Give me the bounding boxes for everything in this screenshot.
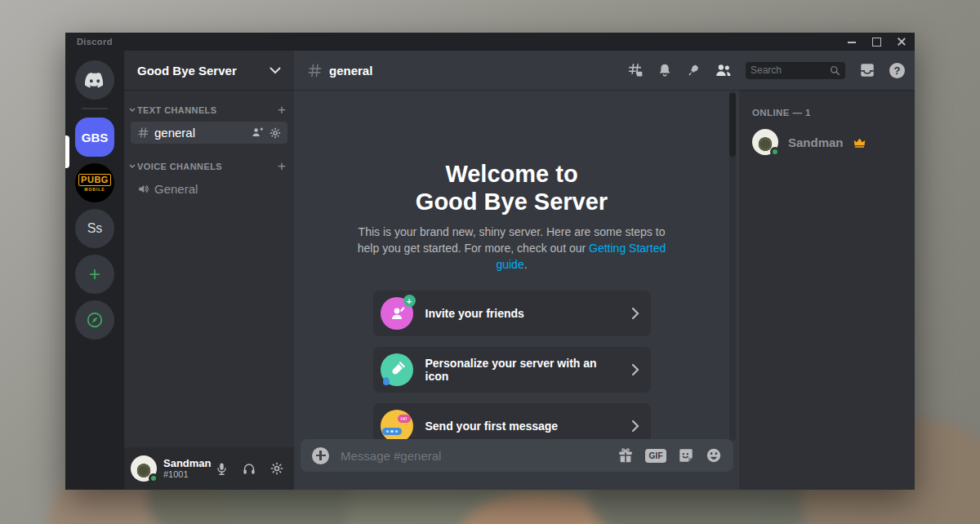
header-toolbar (627, 62, 905, 79)
mute-microphone-button[interactable] (211, 457, 232, 480)
discriminator: #1001 (163, 469, 204, 480)
server-icon-good-bye-server[interactable]: GBS (75, 118, 114, 157)
voice-channel-row-general[interactable]: General (131, 178, 287, 200)
hi-bubble-icon: HI! (398, 415, 411, 423)
chevron-right-icon (631, 307, 639, 320)
close-button[interactable] (895, 36, 906, 47)
member-sidebar: ONLINE — 1 Sandman (739, 90, 915, 490)
pubg-logo-subtext: MOBILE (84, 187, 105, 192)
emoji-picker-icon[interactable] (706, 447, 722, 464)
sticker-icon[interactable] (678, 447, 694, 464)
invite-friends-icon (381, 297, 413, 330)
main-area: general (294, 51, 915, 490)
titlebar: Discord (65, 33, 915, 51)
chevron-down-icon (129, 164, 136, 169)
message-input[interactable] (341, 449, 606, 463)
server-initials: Ss (87, 221, 103, 236)
channel-name: general (154, 126, 247, 140)
channel-row-general[interactable]: general (131, 122, 287, 144)
headphones-icon (243, 463, 256, 475)
chat-scrollbar-thumb[interactable] (729, 93, 736, 157)
question-mark-glyph (889, 63, 905, 78)
user-settings-button[interactable] (266, 457, 287, 480)
paint-drop-icon (383, 377, 390, 385)
speaker-icon (137, 183, 149, 195)
discord-window: Discord GBS PUBG MOBILE (65, 33, 915, 490)
user-info[interactable]: Sandman #1001 (163, 457, 204, 480)
paintbrush-icon (381, 353, 413, 386)
channel-title: general (329, 64, 372, 78)
server-icon-ss[interactable]: Ss (75, 209, 114, 248)
search-box[interactable] (746, 62, 845, 79)
deafen-button[interactable] (238, 457, 260, 480)
attach-file-button[interactable] (312, 447, 329, 464)
invite-friends-card[interactable]: Invite your friends (373, 291, 651, 336)
personalize-server-card[interactable]: Personalize your server with an icon (373, 347, 651, 393)
text-channels-section[interactable]: TEXT CHANNELS (124, 103, 294, 117)
compass-icon (86, 311, 104, 329)
create-channel-icon[interactable] (278, 103, 286, 117)
window-controls (846, 36, 906, 47)
welcome-section: Welcome to Good Bye Server This is your … (294, 160, 729, 449)
server-initials: GBS (82, 131, 109, 144)
member-row-sandman[interactable]: Sandman (752, 126, 908, 158)
notifications-bell-icon[interactable] (657, 63, 672, 78)
online-count-header: ONLINE — 1 (752, 108, 908, 118)
subtitle-period: . (524, 258, 528, 271)
member-name: Sandman (788, 135, 844, 149)
server-header-dropdown[interactable]: Good Bye Server (124, 51, 294, 90)
welcome-title-line2: Good Bye Server (416, 189, 608, 215)
member-avatar (752, 129, 778, 155)
minimize-button[interactable] (846, 36, 858, 47)
maximize-button[interactable] (871, 36, 882, 47)
welcome-title: Welcome to Good Bye Server (416, 160, 608, 215)
explore-servers-button[interactable] (75, 300, 114, 340)
server-owner-crown-icon (853, 137, 866, 148)
username: Sandman (163, 457, 204, 469)
section-label: VOICE CHANNELS (137, 162, 278, 171)
card-label: Invite your friends (425, 307, 619, 320)
chevron-right-icon (631, 363, 639, 376)
channel-sidebar: Good Bye Server TEXT CHANNELS (124, 51, 294, 490)
user-panel: Sandman #1001 (124, 447, 294, 490)
discord-logo-icon (83, 72, 106, 89)
channel-list: TEXT CHANNELS general (124, 90, 294, 447)
server-icon-pubg-mobile[interactable]: PUBG MOBILE (75, 163, 114, 202)
invite-people-icon[interactable] (252, 127, 264, 139)
chat-scrollbar[interactable] (729, 91, 736, 441)
user-avatar[interactable] (131, 455, 157, 482)
server-rail: GBS PUBG MOBILE Ss (65, 51, 124, 490)
member-list-icon[interactable] (715, 63, 732, 78)
gift-icon[interactable] (617, 447, 634, 464)
pinned-messages-icon[interactable] (686, 63, 701, 78)
home-button[interactable] (75, 60, 114, 100)
card-label: Send your first message (425, 420, 619, 433)
welcome-title-line1: Welcome to (445, 161, 577, 187)
channel-settings-gear-icon[interactable] (270, 127, 281, 139)
message-composer: GIF (301, 439, 733, 472)
onboarding-cards: Invite your friends Personal (373, 291, 651, 449)
app-title: Discord (77, 37, 113, 47)
section-label: TEXT CHANNELS (137, 105, 278, 115)
gif-picker-icon[interactable]: GIF (645, 449, 666, 463)
selected-server-indicator (65, 135, 69, 168)
dots-bubble-icon (382, 428, 403, 436)
rail-divider (82, 108, 108, 109)
help-icon[interactable] (889, 63, 905, 78)
inbox-icon[interactable] (859, 62, 875, 78)
card-label: Personalize your server with an icon (425, 357, 619, 383)
voice-channels-section[interactable]: VOICE CHANNELS (124, 159, 294, 173)
threads-icon[interactable] (627, 62, 644, 78)
hash-icon (137, 127, 149, 139)
online-status-dot (770, 147, 780, 157)
microphone-icon (216, 462, 228, 476)
search-input[interactable] (751, 64, 826, 76)
plus-icon (89, 264, 100, 284)
server-name: Good Bye Server (137, 64, 270, 78)
create-channel-icon[interactable] (278, 159, 286, 173)
chat-bubbles-icon: HI! (381, 410, 413, 442)
add-server-button[interactable] (75, 255, 114, 294)
chevron-down-icon (270, 67, 281, 74)
gear-icon (270, 462, 283, 475)
welcome-subtitle: This is your brand new, shiny server. He… (356, 224, 668, 273)
